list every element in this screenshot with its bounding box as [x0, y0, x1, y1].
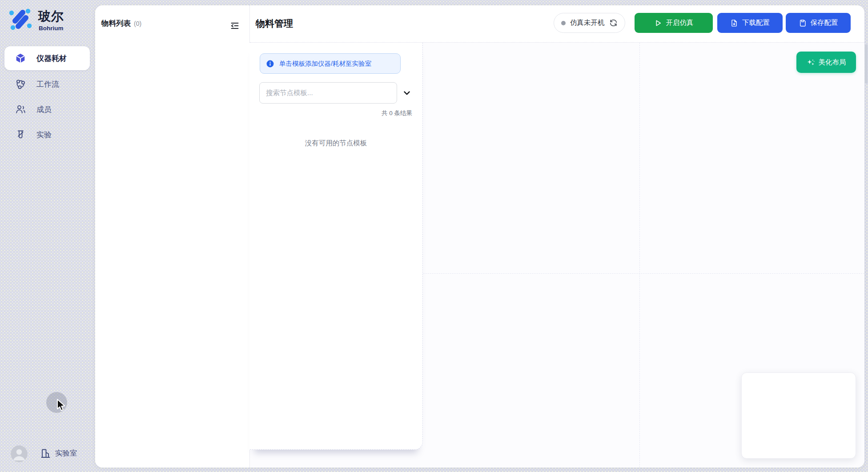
sim-status-pill[interactable]: 仿真未开机	[554, 13, 625, 33]
materials-panel-header: 物料列表 (0)	[101, 19, 141, 28]
members-icon	[15, 104, 26, 115]
beautify-layout-button[interactable]: 美化布局	[796, 52, 856, 73]
sidebar-item-experiments[interactable]: 实验	[4, 124, 90, 145]
start-simulation-button[interactable]: 开启仿真	[635, 13, 713, 33]
app-root: 玻尔 Bohrium 仪器耗材 工作流	[0, 0, 868, 472]
collapse-list-icon[interactable]	[229, 20, 240, 31]
canvas-grid-line	[639, 43, 640, 468]
brand-title: 玻尔	[38, 8, 64, 25]
sim-status-label: 仿真未开机	[570, 18, 605, 28]
canvas[interactable]: 单击模板添加仪器/耗材至实验室 共 0 条结果 没有可用的节点模板 美化布局	[250, 43, 864, 468]
save-config-button[interactable]: 保存配置	[786, 13, 851, 33]
sidebar-footer: 实验室	[0, 444, 95, 464]
experiment-icon	[15, 129, 26, 140]
template-hint-banner: 单击模板添加仪器/耗材至实验室	[260, 53, 401, 74]
brand-subtitle: Bohrium	[39, 25, 64, 32]
page-title: 物料管理	[256, 17, 293, 30]
chevron-down-icon[interactable]	[402, 88, 412, 98]
sidebar-item-members[interactable]: 成员	[4, 99, 90, 120]
empty-templates-text: 没有可用的节点模板	[249, 139, 422, 148]
materials-panel: 物料列表 (0)	[95, 5, 249, 468]
brand-logo: 玻尔 Bohrium	[8, 7, 88, 34]
results-count: 共 0 条结果	[382, 109, 412, 117]
workflow-icon	[15, 79, 26, 89]
building-icon	[40, 448, 51, 459]
file-download-icon	[730, 19, 738, 27]
materials-panel-title: 物料列表	[101, 19, 131, 28]
start-simulation-label: 开启仿真	[666, 18, 694, 28]
play-icon	[654, 19, 662, 27]
node-templates-panel: 单击模板添加仪器/耗材至实验室 共 0 条结果 没有可用的节点模板	[249, 43, 423, 450]
sparkles-icon	[807, 58, 815, 67]
mouse-cursor	[56, 399, 68, 412]
minimap[interactable]	[741, 372, 856, 459]
save-config-label: 保存配置	[811, 18, 838, 28]
info-icon	[266, 60, 274, 68]
lab-entry-label: 实验室	[55, 448, 77, 458]
user-avatar[interactable]	[11, 445, 28, 462]
save-icon	[799, 19, 807, 27]
refresh-icon[interactable]	[609, 19, 618, 27]
status-dot-icon	[561, 21, 566, 25]
scrollbar-thumb[interactable]	[865, 44, 868, 84]
materials-count: (0)	[134, 20, 141, 27]
sidebar-item-label: 仪器耗材	[36, 53, 67, 64]
download-config-button[interactable]: 下载配置	[717, 13, 783, 33]
beautify-layout-label: 美化布局	[819, 58, 846, 67]
sidebar-item-label: 实验	[36, 130, 52, 140]
sidebar-item-label: 成员	[36, 104, 52, 115]
cube-icon	[15, 53, 26, 64]
lab-entry[interactable]: 实验室	[40, 448, 77, 459]
bohrium-logo-icon	[8, 7, 32, 31]
main-card: 物料列表 (0) 物料管理 仿真未开机	[95, 5, 864, 468]
search-template-input[interactable]	[259, 82, 397, 104]
template-hint-text: 单击模板添加仪器/耗材至实验室	[279, 60, 371, 68]
sidebar-item-workflow[interactable]: 工作流	[4, 74, 90, 94]
sidebar-item-label: 工作流	[36, 79, 59, 89]
sidebar-item-instruments[interactable]: 仪器耗材	[4, 46, 90, 70]
download-config-label: 下载配置	[742, 18, 770, 28]
